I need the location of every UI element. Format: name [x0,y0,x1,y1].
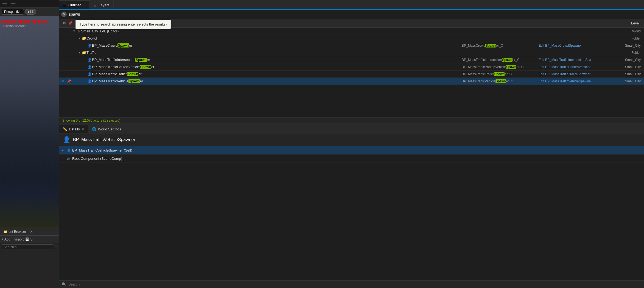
visibility-cell [60,57,66,63]
row-level: Small_City [615,44,643,47]
pin-cell [66,64,72,70]
visibility-cell [60,29,66,34]
toolbar-btn-2[interactable] [11,3,16,4]
search-highlight: Spawn [140,65,151,69]
header-level[interactable]: Level [614,21,642,25]
table-row[interactable]: 👁 📌 👤 BP_MassTrafficVehicleSpawner BP_Ma… [59,78,644,85]
toolbar-btn-1[interactable] [2,3,7,4]
table-row[interactable]: 👤 BP_MassTrafficIntersectionSpawner BP_M… [59,56,644,63]
warning-icon: ⚠ [76,29,81,33]
row-edit[interactable]: Edit BP_MassTrafficTrailerSpawner [539,72,615,76]
row-icons [60,64,72,70]
close-content-browser[interactable]: ✕ [30,230,33,234]
header-pin: 📌 [67,21,73,25]
search-clear-button[interactable]: ✕ [61,12,67,17]
row-label: Traffic [86,51,462,55]
row-expand-icon[interactable]: ▼ [78,37,82,40]
row-icons [60,43,72,48]
search-highlight: Spawn [117,43,129,47]
details-search-input[interactable] [68,282,641,286]
search-highlight: Spawn [506,65,517,69]
outliner-section: ☰ Outliner ✕ ⊞ Layers ✕ Type here to sea… [59,0,644,124]
row-label: BP_MassCrowdSpawner [92,43,462,47]
folder-icon: 📁 [82,51,86,55]
search-tooltip: Type here to search (pressing enter sele… [75,20,171,29]
row-icons [60,29,72,34]
pin-cell [66,50,72,55]
right-panel: ☰ Outliner ✕ ⊞ Layers ✕ Type here to sea… [59,0,644,288]
lit-button[interactable]: ● Lit [25,9,36,15]
outliner-status-bar: Showing 5 of 12,076 actors (1 selected) [59,117,644,124]
details-tab-close[interactable]: ✕ [82,127,84,131]
outliner-tab-icon: ☰ [63,3,66,7]
details-tree-row[interactable]: ▼ 👤 BP_MassTrafficVehicleSpawner (Self) [59,146,644,155]
add-button[interactable]: + Add [2,237,10,241]
save-button[interactable]: 💾 S [25,237,32,241]
actor-icon: 👤 [87,79,92,83]
pin-cell [66,43,72,48]
world-settings-tab[interactable]: 🌐 World Settings [88,125,125,133]
viewport-area[interactable]: AVMESH NEEDS TO BE R 'DisableAllScreen [0,16,59,228]
row-expand-icon[interactable]: ▼ [78,51,82,54]
details-actor-name: BP_MassTrafficVehicleSpawner [73,137,135,142]
row-class: BP_MassTrafficParkedVehicleSpawner_C [462,65,539,69]
perspective-button[interactable]: Perspective [2,9,24,15]
search-highlight: Spawn [127,72,138,76]
details-tab-bar: ✏️ Details ✕ 🌐 World Settings [59,124,644,133]
details-tree[interactable]: ▼ 👤 BP_MassTrafficVehicleSpawner (Self) … [59,146,644,280]
row-icons [60,57,72,63]
table-row[interactable]: ▼ 📁 Traffic Folder [59,49,644,56]
row-icons [60,36,72,41]
separator [9,1,9,6]
details-section: ✏️ Details ✕ 🌐 World Settings 👤 BP_MassT… [59,124,644,288]
import-icon: ↓ [12,237,13,241]
outliner-list[interactable]: ▼ ⚠ Small_City_LVL (Editor) World ▼ 📁 Cr… [59,28,644,117]
row-icons: 👁 📌 [60,79,72,84]
row-expand-icon[interactable]: ▼ [72,30,76,33]
row-level: Small_City [615,58,643,62]
search-highlight: Spawn [495,79,506,83]
left-panel: Perspective ● Lit AVMESH NEEDS TO BE R '… [0,0,59,288]
content-browser-search[interactable] [2,244,53,250]
row-icons [60,50,72,55]
visibility-cell[interactable]: 👁 [60,79,66,84]
pin-cell [66,57,72,63]
outliner-search-bar: ✕ Type here to search (pressing enter se… [59,10,644,19]
row-level: Small_City [615,65,643,69]
row-level: World [615,29,643,33]
content-browser-tab[interactable]: 📁 ent Browser [2,230,28,234]
row-level: Folder [615,37,643,40]
outliner-tab-close[interactable]: ✕ [83,3,86,7]
layers-tab[interactable]: ⊞ Layers [90,1,114,9]
row-edit[interactable]: Edit BP_MassTrafficIntersectionSpa [539,58,615,62]
row-edit[interactable]: Edit BP_MassTrafficParkedVehicleS [539,65,615,69]
table-row[interactable]: ▼ 📁 Crowd Folder [59,35,644,42]
details-tab[interactable]: ✏️ Details ✕ [59,125,88,133]
details-row-label: BP_MassTrafficVehicleSpawner (Self) [72,148,132,152]
expand-icon[interactable]: ▼ [61,149,67,152]
actor-type-icon: 👤 [63,136,70,143]
outliner-tab[interactable]: ☰ Outliner ✕ [59,1,90,9]
details-row-label: Root Component (SceneComp) [72,156,122,161]
actor-icon: 👤 [87,72,92,76]
row-label: BP_MassTrafficVehicleSpawner [92,79,462,83]
pin-cell[interactable]: 📌 [66,79,72,84]
row-level: Small_City [615,79,643,83]
table-row[interactable]: 👤 BP_MassTrafficTrailerSpawner BP_MassTr… [59,71,644,78]
pin-cell [66,71,72,77]
search-highlight: Spawn [128,79,140,83]
row-label: BP_MassTrafficIntersectionSpawner [92,58,462,62]
details-tree-row[interactable]: ⊕ Root Component (SceneComp) [59,155,644,163]
outliner-search-input[interactable] [67,12,642,17]
row-edit[interactable]: Edit BP_MassTrafficVehicleSpawne [539,79,615,83]
viewport-sub-text: 'DisableAllScreen [3,24,26,27]
row-edit[interactable]: Edit BP_MassCrowdSpawner [539,44,615,47]
table-row[interactable]: 👤 BP_MassTrafficParkedVehicleSpawner BP_… [59,63,644,71]
row-class: BP_MassCrowdSpawner_C [462,44,539,47]
header-visibility: 👁 [61,21,67,25]
filter-button[interactable]: ☰ [54,245,57,249]
import-button[interactable]: ↓ Import [12,237,24,241]
table-row[interactable]: 👤 BP_MassCrowdSpawner BP_MassCrowdSpawne… [59,42,644,49]
search-highlight: Spawn [135,58,147,62]
bottom-panel-left: 📁 ent Browser ✕ + Add ↓ Import 💾 S ☰ [0,228,59,288]
